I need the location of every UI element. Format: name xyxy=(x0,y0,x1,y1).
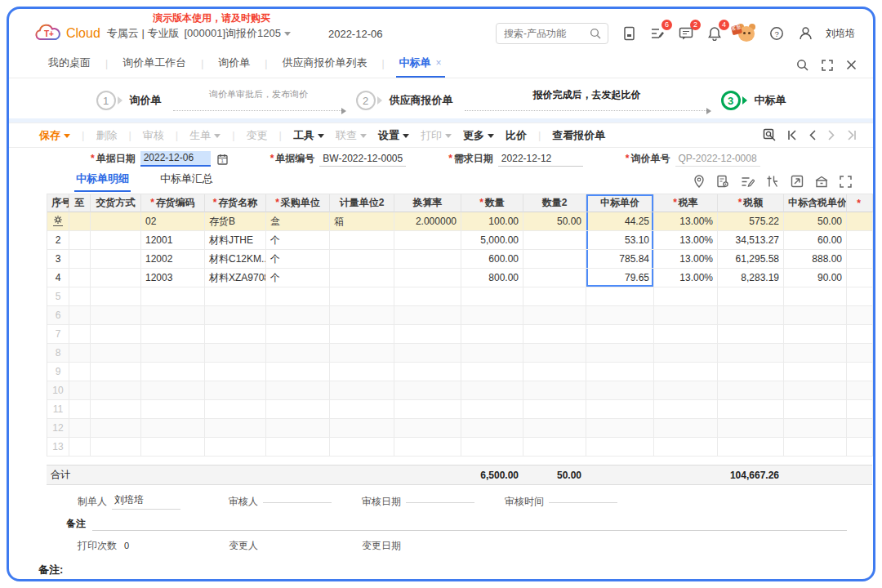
grid-cell[interactable]: 13.00% xyxy=(654,231,718,250)
grid-cell[interactable]: 12002 xyxy=(141,250,205,269)
tab-close-icon[interactable]: × xyxy=(436,57,442,69)
grid-cell[interactable]: 材料C12KM... xyxy=(205,250,266,269)
grid-cell[interactable] xyxy=(69,250,91,269)
grid-cell[interactable] xyxy=(91,269,141,287)
tab-search-icon[interactable] xyxy=(796,59,808,71)
toolbar-1[interactable]: 保存 xyxy=(39,128,70,143)
batch-edit-icon[interactable] xyxy=(741,176,755,188)
grid-cell[interactable]: 90.00 xyxy=(784,269,847,287)
col-header-12[interactable]: *税率 xyxy=(654,194,718,212)
username[interactable]: 刘培培 xyxy=(826,27,855,41)
grid-cell[interactable]: 盒 xyxy=(266,212,330,231)
message-icon[interactable]: 2 xyxy=(678,25,694,42)
grid-row-7[interactable]: 7 xyxy=(47,325,873,344)
grid-row-11[interactable]: 11 xyxy=(47,400,873,419)
nav-tab-1[interactable]: 我的桌面 xyxy=(45,56,94,78)
grid-cell[interactable]: 50.00 xyxy=(784,212,847,231)
grid-cell[interactable] xyxy=(523,231,586,250)
row-settings-gear-icon[interactable] xyxy=(53,215,63,226)
account-dropdown[interactable]: [000001]询报价1205 xyxy=(184,26,291,41)
grid-cell[interactable] xyxy=(523,250,586,269)
col-header-6[interactable]: *采购单位 xyxy=(266,194,330,212)
step-inquiry[interactable]: 1 询价单 xyxy=(96,91,162,110)
grid-row-1[interactable]: 02存货B盒箱2.000000100.0050.0044.2513.00%575… xyxy=(47,212,873,231)
grid-cell[interactable] xyxy=(394,269,461,287)
prev-record-icon[interactable] xyxy=(808,130,817,140)
grid-cell[interactable]: 79.65 xyxy=(586,269,654,287)
footer-field-value[interactable]: 刘培培 xyxy=(112,493,180,510)
col-header-5[interactable]: *存货名称 xyxy=(205,194,266,212)
grid-row-3[interactable]: 312002材料C12KM...个600.00785.8413.00%61,29… xyxy=(47,250,873,269)
search-input[interactable] xyxy=(497,28,583,39)
col-header-14[interactable]: 中标含税单价 xyxy=(784,194,847,212)
grid-row-9[interactable]: 9 xyxy=(47,363,873,381)
row-number-cell[interactable]: 3 xyxy=(47,250,69,269)
grid-cell[interactable] xyxy=(91,212,141,231)
last-record-icon[interactable] xyxy=(846,130,857,140)
terminal-icon[interactable] xyxy=(621,25,637,42)
col-header-4[interactable]: *存货编码 xyxy=(141,194,205,212)
grid-cell[interactable] xyxy=(91,250,141,269)
toolbar-12[interactable]: 查看报价单 xyxy=(552,128,605,143)
subtab-2[interactable]: 中标单汇总 xyxy=(158,172,215,192)
grid-row-8[interactable]: 8 xyxy=(47,344,873,363)
nav-tab-4[interactable]: 供应商报价单列表 xyxy=(278,56,370,78)
col-header-7[interactable]: 计量单位2 xyxy=(330,194,394,212)
footer-field-value[interactable] xyxy=(406,501,474,503)
grid-cell[interactable] xyxy=(330,231,394,250)
row-number-cell[interactable] xyxy=(47,212,69,231)
col-header-8[interactable]: 换算率 xyxy=(394,194,461,212)
col-header-10[interactable]: 数量2 xyxy=(523,194,586,212)
field-value[interactable]: QP-2022-12-0008 xyxy=(675,152,760,167)
approval-tasks-icon[interactable]: 6 xyxy=(649,25,666,42)
service-mascot-icon[interactable]: 客服 xyxy=(735,24,756,43)
row-number-cell[interactable]: 2 xyxy=(47,231,69,250)
grid-cell[interactable]: 个 xyxy=(266,231,330,250)
grid-cell[interactable] xyxy=(330,269,394,287)
help-icon[interactable]: ? xyxy=(768,25,785,42)
grid-cell[interactable]: 个 xyxy=(266,269,330,287)
grid-cell[interactable]: 12003 xyxy=(141,269,205,287)
field-value[interactable]: BW-2022-12-0005 xyxy=(319,152,406,167)
grid-cell[interactable]: 13.00% xyxy=(654,212,718,231)
grid-cell[interactable] xyxy=(69,212,91,231)
grid-cell[interactable]: 61,295.58 xyxy=(718,250,784,269)
grid-cell[interactable]: 材料XZA9708 xyxy=(205,269,266,287)
subtab-1[interactable]: 中标单明细 xyxy=(74,172,131,192)
grid-cell[interactable]: 12001 xyxy=(141,231,205,250)
grid-row-13[interactable]: 13 xyxy=(47,438,873,457)
demo-notice[interactable]: 演示版本使用，请及时购买 xyxy=(153,11,270,25)
remark-field[interactable]: 备注 xyxy=(47,517,855,531)
grid-cell[interactable]: 5,000.00 xyxy=(461,231,523,250)
doc-settings-icon[interactable] xyxy=(716,175,729,188)
archive-icon[interactable] xyxy=(815,176,828,188)
find-record-icon[interactable] xyxy=(763,128,777,142)
remark-input-line[interactable] xyxy=(92,519,847,531)
step-supplier-quote[interactable]: 2 供应商报价单 xyxy=(356,91,453,110)
nav-tab-3[interactable]: 询价单 xyxy=(215,56,253,78)
grid-cell[interactable]: 02 xyxy=(141,212,205,231)
grid-cell[interactable]: 60.00 xyxy=(784,231,847,250)
grid-row-4[interactable]: 412003材料XZA9708个800.0079.6513.00%8,283.1… xyxy=(47,269,873,287)
toolbar-8[interactable]: 设置 xyxy=(378,128,409,143)
grid-cell[interactable]: 50.00 xyxy=(523,212,586,231)
col-header-13[interactable]: *税额 xyxy=(718,194,784,212)
grid-cell[interactable]: 存货B xyxy=(205,212,266,231)
toolbar-10[interactable]: 更多 xyxy=(463,128,494,143)
grid-cell[interactable]: 575.22 xyxy=(718,212,784,231)
grid-cell[interactable]: 53.10 xyxy=(586,231,654,250)
grid-row-12[interactable]: 12 xyxy=(47,419,873,438)
col-header-15[interactable]: * xyxy=(847,194,873,212)
col-header-1[interactable]: 序号 xyxy=(47,194,69,212)
grid-cell[interactable] xyxy=(91,231,141,250)
grid-cell[interactable]: 箱 xyxy=(330,212,394,231)
grid-cell[interactable] xyxy=(69,231,91,250)
grid-row-2[interactable]: 212001材料JTHE个5,000.0053.1013.00%34,513.2… xyxy=(47,231,873,250)
footer-field-value[interactable] xyxy=(263,501,332,503)
grid-cell[interactable]: 600.00 xyxy=(461,250,523,269)
maximize-icon[interactable] xyxy=(822,60,833,71)
grid-cell[interactable]: 8,283.19 xyxy=(718,269,784,287)
grid-cell[interactable] xyxy=(394,231,461,250)
grid-cell[interactable]: 44.25 xyxy=(586,212,654,231)
row-number-cell[interactable]: 4 xyxy=(47,269,69,287)
